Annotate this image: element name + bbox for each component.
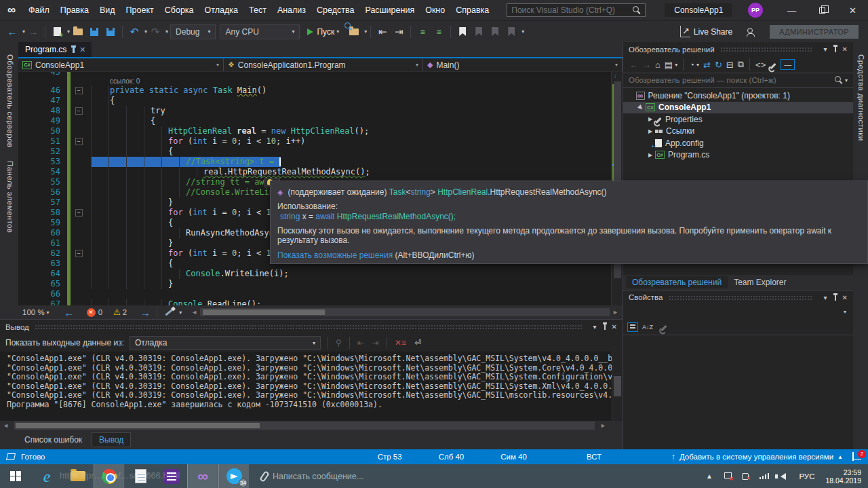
solution-search-input[interactable] (629, 76, 835, 84)
side-tab[interactable]: Обозреватель серверов (1, 48, 18, 154)
navigate-forward-icon[interactable]: → (138, 304, 153, 320)
menu-item[interactable]: Правка (55, 0, 94, 20)
code-line[interactable]: 51−for (int i = 0; i < 10; i++) (18, 136, 611, 147)
bottom-panel-tab[interactable]: Список ошибок (18, 433, 89, 447)
fold-toggle-icon[interactable]: − (75, 250, 83, 257)
panel-tab[interactable]: Team Explorer (728, 276, 792, 288)
properties-icon[interactable] (770, 64, 776, 66)
panel-tab[interactable]: Обозреватель решений (626, 276, 728, 288)
close-icon[interactable]: ✕ (842, 294, 848, 301)
scroll-left-icon[interactable]: ◄ (0, 422, 12, 429)
properties-title-bar[interactable]: Свойства ▾ ✕ (623, 290, 853, 304)
output-horizontal-scrollbar[interactable]: ◄ ► (0, 421, 623, 430)
pin-icon[interactable] (73, 47, 75, 53)
toolbar-overflow-icon[interactable]: ▾ (364, 29, 367, 35)
new-project-dropdown-icon[interactable]: ▾ (67, 29, 70, 35)
pending-changes-filter-icon[interactable]: ◔▾ (689, 60, 699, 70)
show-potential-fixes-link[interactable]: Показать возможные решения (277, 250, 393, 260)
forward-icon[interactable]: → (642, 60, 651, 70)
code-line[interactable]: 52{ (18, 147, 611, 157)
tree-item[interactable]: ∞Решение "ConsoleApp1" (проектов: 1) (623, 90, 853, 102)
search-input[interactable] (511, 5, 633, 15)
show-hidden-icons-button[interactable]: ▲ (706, 472, 713, 480)
menu-item[interactable]: Вид (94, 0, 121, 20)
previous-bookmark-icon[interactable] (471, 24, 486, 40)
code-line[interactable]: 49{ (18, 116, 611, 126)
show-in-code-map-icon[interactable]: ⇥ (391, 24, 406, 40)
undo-icon[interactable]: ↶ (127, 24, 142, 40)
find-in-files-icon[interactable] (347, 24, 361, 40)
switch-views-icon[interactable]: ▤▾ (665, 60, 677, 70)
code-line[interactable]: 45 (18, 72, 611, 77)
show-all-files-icon[interactable]: ⧉ (738, 59, 744, 70)
type-dropdown[interactable]: ❖ ConsoleApplication1.Program ▾ (224, 58, 423, 71)
menu-item[interactable]: Средства (311, 0, 359, 20)
next-bookmark-icon[interactable] (488, 24, 502, 40)
redo-icon[interactable]: ↷ (148, 24, 163, 40)
code-line[interactable]: 47{ (18, 96, 611, 106)
menu-item[interactable]: Отладка (199, 0, 243, 20)
fold-toggle-icon[interactable]: − (75, 107, 83, 115)
categorized-view-icon[interactable] (627, 322, 638, 332)
side-tab[interactable]: Панель элементов (1, 154, 18, 240)
search-options-icon[interactable]: ▾ (845, 77, 848, 83)
close-tab-icon[interactable]: ✕ (79, 45, 85, 54)
clear-bookmarks-icon[interactable] (504, 24, 519, 40)
insert-mode-indicator[interactable]: ВСТ (581, 453, 607, 461)
alphabetical-sort-icon[interactable]: A↓Z (642, 324, 653, 331)
menu-item[interactable]: Анализ (272, 0, 311, 20)
save-icon[interactable] (87, 24, 102, 40)
format-document-icon[interactable] (161, 304, 176, 320)
volume-icon[interactable] (781, 473, 786, 480)
scroll-right-icon[interactable]: ► (597, 422, 609, 429)
code-line[interactable]: 67Console.ReadLine(); (18, 299, 611, 305)
power-icon[interactable] (742, 473, 749, 480)
warning-count-icon[interactable]: ⚠ (113, 307, 121, 317)
clock[interactable]: 23:59 18.04.2019 (825, 468, 861, 485)
tree-item[interactable]: ▶Ссылки (623, 126, 853, 138)
menu-item[interactable]: Справка (450, 0, 494, 20)
code-line[interactable]: 53//Task<string> t = (18, 157, 611, 167)
live-share-button[interactable]: ↗ Live Share (680, 26, 732, 37)
scroll-left-icon[interactable]: ◄ (191, 309, 197, 316)
taskbar-chrome[interactable] (94, 464, 125, 488)
decrease-indent-icon[interactable]: ≡ (415, 24, 430, 40)
language-indicator[interactable]: РУС (799, 472, 814, 481)
close-icon[interactable]: ✕ (612, 323, 617, 331)
undo-dropdown-icon[interactable]: ▾ (144, 29, 147, 35)
code-line[interactable]: 54real.HttpRequestRealMethodAsync(); (18, 167, 611, 177)
scroll-thumb[interactable] (16, 423, 260, 428)
scroll-right-icon[interactable]: ► (612, 309, 618, 316)
properties-object-dropdown[interactable]: ▾ (625, 305, 852, 318)
error-count-icon[interactable]: ✕ (87, 308, 96, 317)
pin-icon[interactable] (604, 324, 606, 330)
view-code-icon[interactable]: <> (755, 60, 766, 70)
tree-item[interactable]: ▶Properties (623, 113, 853, 126)
increase-indent-icon[interactable]: ≡ (431, 24, 446, 40)
tab-program-cs[interactable]: Program.cs ✕ (18, 42, 92, 57)
next-message-icon[interactable]: ⇥ (372, 338, 379, 348)
tree-item[interactable]: ▶C#Program.cs (623, 149, 853, 162)
cursor-line-indicator[interactable]: Стр 53 (372, 453, 408, 461)
menu-item[interactable]: Файл (23, 0, 55, 20)
notifications-button[interactable]: 2 (852, 453, 861, 462)
paperclip-icon[interactable] (259, 470, 270, 483)
splitter-grip-icon[interactable]: ⁞ (614, 73, 616, 79)
add-to-source-control-button[interactable]: ↑ Добавить в систему управления версиями… (671, 453, 843, 461)
refresh-icon[interactable]: ↻ (715, 60, 722, 70)
minimize-button[interactable]: — (776, 0, 807, 20)
zoom-level-dropdown[interactable]: 100 % (22, 308, 45, 316)
sync-with-active-document-icon[interactable]: ⇄ (703, 60, 711, 70)
word-wrap-icon[interactable]: ⏎ (414, 338, 421, 348)
fold-toggle-icon[interactable]: − (75, 209, 83, 217)
new-project-icon[interactable] (50, 24, 64, 40)
navigate-forward-icon[interactable]: → (26, 24, 41, 40)
start-debugging-button[interactable]: Пуск ▾ (307, 24, 339, 40)
fold-toggle-icon[interactable]: − (75, 138, 83, 145)
codelens-row[interactable]: ссылок: 0 (18, 77, 611, 86)
navigate-back-icon[interactable]: ← (5, 24, 20, 40)
cursor-column-indicator[interactable]: Слб 40 (433, 453, 470, 461)
restore-button[interactable] (807, 0, 837, 20)
project-dropdown[interactable]: C# ConsoleApp1 ▾ (18, 58, 224, 71)
output-title-bar[interactable]: Вывод ▾ ✕ (0, 320, 623, 334)
